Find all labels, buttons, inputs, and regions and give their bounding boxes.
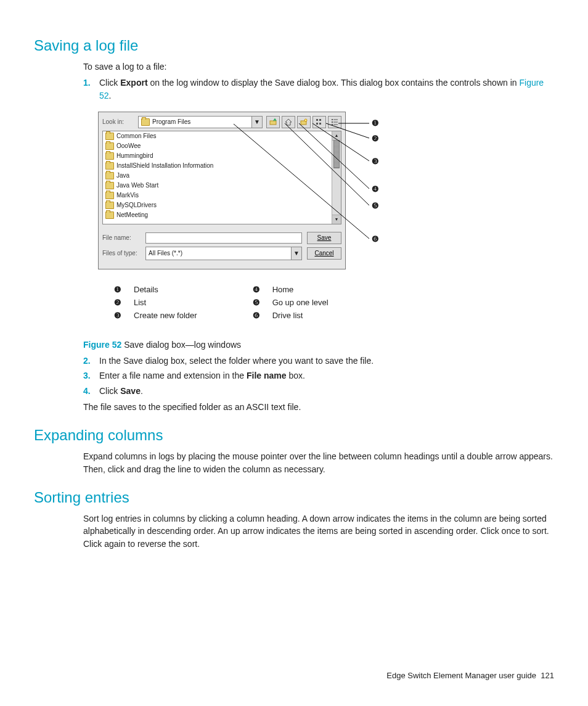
- step-3-text-b: box.: [287, 371, 305, 380]
- callout-legend: ❶Details ❷List ❸Create new folder ❹Home …: [114, 282, 554, 324]
- heading-sorting-entries: Sorting entries: [34, 489, 554, 506]
- step-1-bold: Export: [120, 78, 147, 88]
- step-3-text-a: Enter a file name and extension in the: [99, 371, 247, 380]
- svg-line-15: [312, 123, 369, 161]
- step-4-bold: Save: [120, 386, 141, 396]
- step-3: 3.Enter a file name and extension in the…: [83, 369, 554, 382]
- step-2-text: In the Save dialog box, select the folde…: [99, 356, 374, 366]
- legend-text-6: Drive list: [272, 311, 303, 320]
- step-1: 1. Click Export on the log window to dis…: [83, 76, 554, 102]
- figure-caption: Figure 52 Save dialog box—log windows: [83, 339, 554, 351]
- svg-line-14: [326, 123, 369, 138]
- svg-line-16: [299, 123, 369, 189]
- legend-num-3: ❸: [114, 311, 121, 321]
- legend-text-1: Details: [134, 285, 158, 294]
- heading-saving-log-file: Saving a log file: [34, 37, 554, 54]
- intro-text: To save a log to a file:: [83, 60, 554, 73]
- page-footer: Edge Switch Element Manager user guide 1…: [386, 671, 554, 680]
- step-4-text-a: Click: [99, 386, 120, 396]
- legend-num-4: ❹: [253, 285, 260, 295]
- step-4: 4.Click Save.: [83, 385, 554, 397]
- step-2: 2.In the Save dialog box, select the fol…: [83, 355, 554, 367]
- expanding-paragraph: Expand columns in logs by placing the mo…: [83, 450, 554, 475]
- step-3-bold: File name: [247, 371, 287, 380]
- step-1-text-c: .: [109, 91, 112, 101]
- figure-52: Look in: Program Files ▼: [98, 112, 554, 324]
- heading-expanding-columns: Expanding columns: [34, 427, 554, 444]
- page-number: 121: [541, 671, 554, 680]
- footer-text: Edge Switch Element Manager user guide: [386, 671, 536, 680]
- sorting-paragraph: Sort log entries in columns by clicking …: [83, 512, 554, 550]
- legend-text-2: List: [134, 298, 146, 307]
- step-1-text-a: Click: [99, 78, 120, 88]
- svg-line-18: [234, 124, 369, 239]
- step-1-text-b: on the log window to display the Save di…: [148, 78, 520, 88]
- figure-caption-text: Save dialog box—log windows: [121, 340, 241, 350]
- legend-num-2: ❷: [114, 298, 121, 308]
- legend-text-5: Go up one level: [272, 298, 329, 307]
- after-steps-text: The file saves to the specified folder a…: [83, 401, 554, 413]
- figure-label: Figure 52: [83, 340, 121, 350]
- legend-text-3: Create new folder: [134, 311, 197, 320]
- legend-num-1: ❶: [114, 285, 121, 295]
- callout-lines: [98, 112, 406, 272]
- legend-num-5: ❺: [253, 298, 260, 308]
- step-4-text-b: .: [141, 386, 143, 396]
- legend-text-4: Home: [272, 285, 294, 294]
- legend-num-6: ❻: [253, 311, 260, 321]
- svg-line-17: [285, 123, 369, 205]
